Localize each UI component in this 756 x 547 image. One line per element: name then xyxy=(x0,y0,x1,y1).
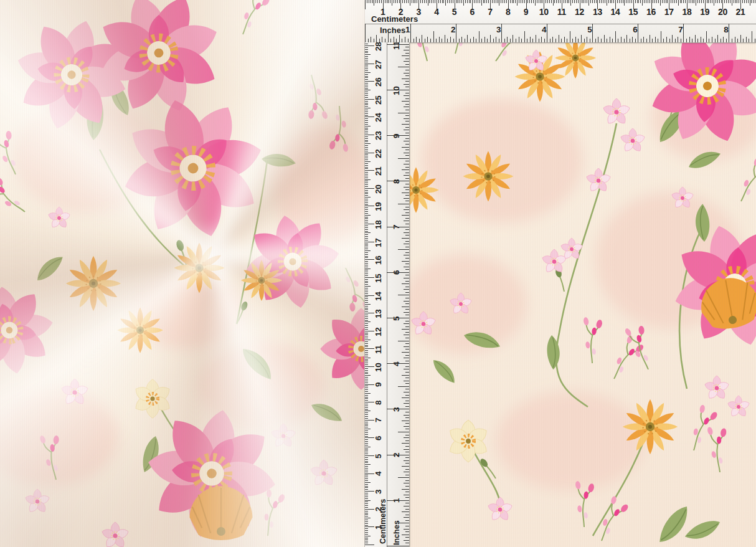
cm-tick xyxy=(517,0,517,6)
inch-tick xyxy=(405,543,409,543)
cm-tick xyxy=(413,0,414,3)
inch-tick xyxy=(681,39,681,42)
cm-tick xyxy=(612,0,612,3)
cm-tick xyxy=(737,0,737,3)
cm-tick xyxy=(365,543,368,543)
cm-tick xyxy=(365,272,368,272)
inch-tick xyxy=(402,307,409,307)
cm-tick xyxy=(365,295,374,296)
inch-tick xyxy=(398,204,409,204)
inch-tick xyxy=(550,39,550,42)
cm-tick xyxy=(365,215,371,216)
inch-tick xyxy=(752,31,752,42)
cm-tick xyxy=(499,0,499,6)
inch-tick xyxy=(516,39,516,42)
inch-tick xyxy=(669,39,670,42)
cm-tick xyxy=(365,190,368,191)
inch-tick xyxy=(404,449,409,450)
inch-tick xyxy=(405,446,409,447)
cm-tick xyxy=(572,0,573,3)
cm-tick xyxy=(365,51,368,52)
inch-tick xyxy=(402,511,409,512)
cm-tick xyxy=(365,99,374,100)
cm-tick xyxy=(646,0,646,3)
inch-tick xyxy=(481,39,482,42)
inch-tick xyxy=(405,292,409,293)
cm-tick xyxy=(365,74,368,75)
cm-tick xyxy=(365,193,368,194)
cm-tick xyxy=(369,0,369,3)
cm-tick xyxy=(365,518,371,518)
cm-tick xyxy=(410,0,410,6)
inch-tick xyxy=(404,540,409,541)
cm-number: 14 xyxy=(611,7,620,17)
cm-tick xyxy=(377,0,378,3)
inch-tick xyxy=(564,37,565,42)
inch-tick xyxy=(465,39,465,42)
cm-tick xyxy=(387,0,387,3)
inch-number: 3 xyxy=(496,25,501,34)
cm-tick xyxy=(365,321,371,322)
inch-tick xyxy=(663,39,664,42)
cm-tick xyxy=(469,0,470,3)
inch-tick xyxy=(743,39,744,42)
inch-tick xyxy=(365,24,366,42)
cm-tick xyxy=(642,0,643,6)
cm-tick xyxy=(399,0,400,3)
inch-tick xyxy=(398,341,409,341)
inch-tick xyxy=(405,343,409,344)
inch-tick xyxy=(405,366,409,367)
cm-tick xyxy=(365,279,368,280)
cm-tick xyxy=(365,120,368,121)
cm-tick xyxy=(365,256,368,257)
inch-tick xyxy=(405,457,409,458)
cm-tick xyxy=(365,545,374,545)
inch-tick xyxy=(405,121,409,121)
inch-tick xyxy=(425,39,425,42)
inch-tick xyxy=(675,39,676,42)
cm-tick xyxy=(365,400,368,401)
cm-number: 15 xyxy=(374,274,383,282)
cm-tick xyxy=(365,174,368,174)
cm-tick xyxy=(501,0,501,3)
cm-tick xyxy=(390,0,390,3)
cm-tick xyxy=(365,514,368,515)
inch-tick xyxy=(672,35,673,42)
inch-tick xyxy=(405,361,409,361)
cm-tick xyxy=(365,201,368,201)
inch-tick xyxy=(405,241,409,242)
cm-tick xyxy=(365,366,374,367)
inch-tick xyxy=(402,215,409,216)
inch-tick xyxy=(404,221,409,221)
inch-number: 2 xyxy=(451,25,456,34)
inch-tick xyxy=(405,93,409,93)
cm-tick xyxy=(549,0,550,3)
cm-tick xyxy=(365,443,368,444)
cm-tick xyxy=(365,259,374,260)
inch-tick xyxy=(732,39,732,42)
inch-tick xyxy=(507,37,508,42)
inch-tick xyxy=(404,403,409,404)
cm-tick xyxy=(365,275,368,276)
inch-tick xyxy=(405,497,409,498)
cm-number: 7 xyxy=(374,418,383,422)
inch-tick xyxy=(703,39,704,42)
cm-tick xyxy=(554,0,555,3)
cm-tick xyxy=(365,143,371,144)
cm-tick xyxy=(435,0,435,3)
inch-tick xyxy=(404,289,409,290)
cm-tick xyxy=(365,186,368,187)
cm-tick xyxy=(365,311,368,312)
horizontal-ruler-divider xyxy=(365,24,756,24)
cm-tick xyxy=(726,0,727,3)
cm-tick xyxy=(365,462,368,463)
inch-tick xyxy=(461,37,462,42)
cm-tick xyxy=(365,318,368,319)
cm-tick xyxy=(402,0,403,3)
cm-tick xyxy=(442,0,443,3)
cm-tick xyxy=(624,0,625,6)
cm-tick xyxy=(433,0,433,3)
cm-tick xyxy=(365,373,368,374)
cm-tick xyxy=(708,0,709,3)
cm-tick xyxy=(478,0,478,3)
